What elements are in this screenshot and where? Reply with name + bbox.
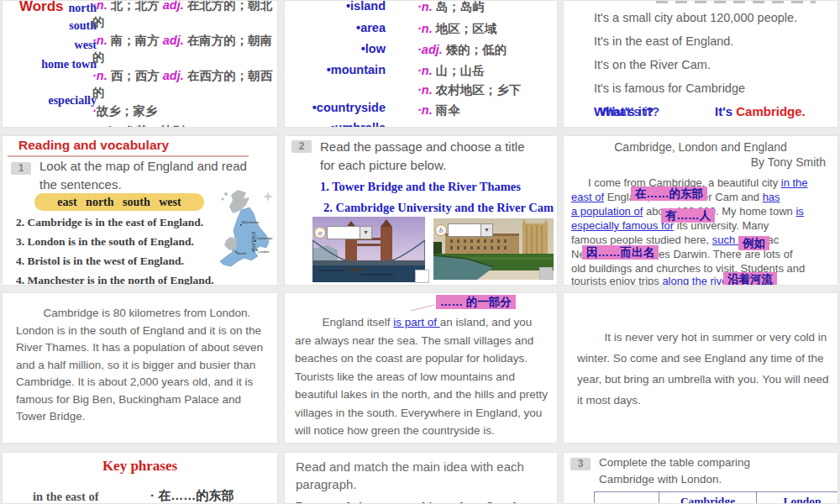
definition-mountain: ·n. 山；山岳 bbox=[417, 63, 485, 79]
definition-especially: ·adv. 尤其；特别 bbox=[92, 123, 276, 128]
passage-byline: By Tony Smith bbox=[751, 155, 826, 169]
instruction-line: Read the passage and choose a title bbox=[320, 139, 525, 154]
phrase-english: in the east of bbox=[33, 490, 99, 504]
definition-umbrella: ·n. 雨伞 bbox=[417, 102, 460, 118]
definition-island: ·n. 岛；岛屿 bbox=[417, 0, 485, 15]
word-island: •island bbox=[285, 0, 386, 13]
definition-area: ·n. 地区；区域 bbox=[417, 21, 496, 37]
slide-key-phrases[interactable]: Key phrases in the east of · 在……的东部 bbox=[2, 452, 278, 504]
slide-match-main-idea[interactable]: Read and match the main idea with each p… bbox=[284, 452, 558, 504]
annotation-east-of: 在……的东部 bbox=[631, 186, 707, 201]
definition-north: ·n. 北；北方 adj. 在北方的；朝北的 bbox=[92, 0, 276, 30]
paragraph-text: Cambridge is 80 kilometres from London. … bbox=[16, 305, 266, 426]
activity-number-badge: 2 bbox=[291, 140, 312, 153]
answer-dropdown-a[interactable]: a ▼ bbox=[314, 226, 372, 239]
photo-letter-b: b bbox=[435, 224, 447, 236]
clue-line: It's in the east of England. bbox=[594, 34, 733, 48]
instruction-line: Look at the map of England and read bbox=[39, 159, 247, 173]
slide-paragraph-weather[interactable]: It is never very hot in summer or very c… bbox=[563, 292, 838, 444]
cambridge-photo: b ▼ bbox=[433, 218, 554, 280]
word-area: •area bbox=[285, 21, 386, 34]
table-header-empty bbox=[594, 491, 659, 504]
tower-bridge-photo: a ▼ bbox=[312, 217, 425, 282]
slide-reading-vocabulary[interactable]: Reading and vocabulary 1 Look at the map… bbox=[2, 135, 278, 286]
word-umbrella: •umbrella bbox=[285, 121, 386, 128]
word-countryside: •countryside bbox=[285, 101, 386, 114]
definition-west: ·n. 西；西方 adj. 在西方的；朝西的 bbox=[92, 68, 276, 101]
activity-number-badge: 3 bbox=[570, 458, 591, 470]
title-option-2: 2. Cambridge University and the River Ca… bbox=[323, 201, 554, 215]
clue-line: It's a small city about 120,000 people. bbox=[594, 11, 797, 24]
slide-comparison-table[interactable]: 3 Complete the table comparing Cambridge… bbox=[563, 452, 838, 504]
dropdown-box[interactable]: ▼ bbox=[327, 226, 372, 239]
slide-paragraph-england[interactable]: …… 的一部分 England itself is part of an isl… bbox=[284, 292, 558, 444]
title-option-1: 1. Tower Bridge and the River Thames bbox=[320, 180, 521, 194]
clipped-paragraph-text: things about Lond bbox=[417, 500, 517, 504]
word-bank: east north south west bbox=[34, 193, 204, 211]
word-west: west bbox=[3, 39, 97, 52]
answer-prefix: It's bbox=[715, 104, 736, 118]
question-text-ghost: What's it? bbox=[600, 104, 659, 118]
activity-number-badge: 1 bbox=[11, 162, 31, 175]
annotation-along-river: 沿着河流 bbox=[723, 272, 777, 286]
definition-south: ·n. 南；南方 adj. 在南方的；朝南的 bbox=[92, 33, 276, 66]
dropdown-arrow-icon[interactable]: ▼ bbox=[480, 224, 492, 236]
word-mountain: •mountain bbox=[285, 63, 386, 76]
dropdown-arrow-icon[interactable]: ▼ bbox=[360, 227, 371, 239]
resize-handle[interactable] bbox=[415, 270, 429, 283]
instruction-line: for each picture below. bbox=[320, 158, 446, 172]
map-label-cambridge: Cambridge bbox=[256, 236, 273, 240]
england-map: Manchester ENGLAND Cambridge Bristol Lon… bbox=[213, 188, 278, 286]
answer-dropdown-b[interactable]: b ▼ bbox=[435, 223, 493, 237]
passage-title: Cambridge, London and England bbox=[564, 140, 837, 154]
map-label-london: London bbox=[258, 249, 269, 254]
slide-passage-cambridge[interactable]: Cambridge, London and England By Tony Sm… bbox=[563, 135, 838, 286]
slide-paragraph-london[interactable]: Cambridge is 80 kilometres from London. … bbox=[2, 292, 278, 444]
clue-line: It's on the River Cam. bbox=[594, 58, 711, 71]
paragraph-text: England itself is part of an island, and… bbox=[295, 313, 549, 440]
word-south: south bbox=[3, 19, 97, 33]
definition-low: ·adj. 矮的；低的 bbox=[417, 42, 507, 58]
answer-city: Cambridge. bbox=[736, 104, 806, 118]
clipped-paragraph-label: Paragraph 1 bbox=[296, 500, 363, 504]
slide-choose-title[interactable]: 2 Read the passage and choose a title fo… bbox=[284, 135, 558, 286]
slide-words-nature[interactable]: •island •area •low •mountain •countrysid… bbox=[284, 0, 558, 128]
map-label-england: ENGLAND bbox=[251, 232, 256, 253]
annotation-population: 有……人 bbox=[661, 208, 715, 223]
dropdown-box[interactable]: ▼ bbox=[448, 223, 493, 237]
annotation-connector-line bbox=[411, 305, 433, 312]
annotation-famous-for: 因……而出名 bbox=[582, 245, 659, 260]
phrase-chinese: · 在……的东部 bbox=[150, 488, 234, 504]
title-rule bbox=[8, 155, 249, 157]
word-low: •low bbox=[285, 42, 386, 55]
instruction-line: Cambridge with London. bbox=[599, 473, 722, 486]
slide-title-words: Words bbox=[19, 0, 64, 15]
sentence-item: 3. London is in the south of England. bbox=[16, 235, 194, 249]
map-label-manchester: Manchester bbox=[242, 220, 260, 224]
sentence-item: 4. Bristol is in the west of England. bbox=[16, 255, 184, 268]
annotation-such-as: 例如 bbox=[738, 236, 769, 250]
clue-line: It's is famous for Cambridge bbox=[594, 81, 745, 95]
word-especially: especially bbox=[3, 94, 97, 108]
answer-text: It's Cambridge. bbox=[715, 104, 806, 118]
sentence-item: 2. Cambridge is in the east of England. bbox=[16, 216, 203, 229]
sentence-item: 4. Manchester is in the north of England… bbox=[16, 274, 214, 286]
instruction-line: Complete the table comparing bbox=[599, 456, 750, 469]
resize-handle[interactable] bbox=[539, 267, 553, 280]
table-header-cambridge: Cambridge bbox=[659, 491, 757, 504]
section-title: Key phrases bbox=[3, 458, 277, 475]
slide-guess-city[interactable]: It's a small city about 120,000 people. … bbox=[563, 0, 838, 128]
word-home-town: home town bbox=[3, 58, 97, 71]
instruction-line: the sentences. bbox=[39, 177, 122, 192]
section-title: Reading and vocabulary bbox=[18, 138, 169, 153]
comparison-table: Cambridge London bbox=[594, 491, 838, 504]
paragraph-text: It is never very hot in summer or very c… bbox=[577, 327, 829, 411]
definition-countryside: ·n. 农村地区；乡下 bbox=[417, 82, 521, 98]
photo-letter-a: a bbox=[314, 227, 326, 239]
map-label-bristol: Bristol bbox=[237, 251, 246, 255]
clipped-text-sliver bbox=[656, 1, 816, 3]
definition-home-town: ·故乡；家乡 bbox=[92, 103, 276, 120]
instruction-text: Read and match the main idea with each p… bbox=[296, 458, 558, 493]
slide-words-directions[interactable]: north Words south west home town especia… bbox=[2, 0, 278, 128]
annotation-part-of: …… 的一部分 bbox=[436, 295, 516, 309]
